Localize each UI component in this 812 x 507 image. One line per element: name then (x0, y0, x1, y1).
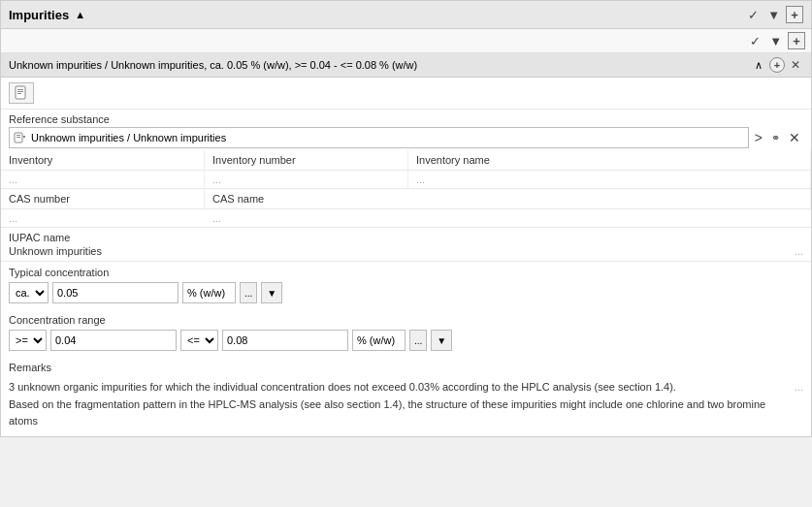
ref-substance-link-btn[interactable]: ⚭ (768, 132, 783, 144)
svg-rect-6 (16, 137, 20, 138)
cas-data-row: ... ... (1, 209, 811, 228)
section-controls: ✓ ▼ + (745, 6, 803, 23)
iupac-dots: ... (795, 245, 803, 257)
toolbar-add-btn[interactable]: + (788, 32, 805, 49)
inventory-data-row: ... ... ... (1, 171, 811, 189)
reference-substance-input-row: Unknown impurities / Unknown impurities … (9, 127, 803, 148)
remarks-label: Remarks (1, 357, 811, 375)
inventory-cell2: ... (205, 171, 408, 188)
body-content: Reference substance Unknown impurities /… (1, 78, 811, 436)
svg-rect-3 (17, 93, 21, 94)
typical-dots-btn[interactable]: ... (240, 282, 257, 303)
cas-number-value: ... (1, 209, 205, 227)
remarks-area: 3 unknown organic impurities for which t… (1, 375, 811, 436)
concentration-range-section: Concentration range >= <= ... ▼ (1, 309, 811, 357)
typical-concentration-label: Typical concentration (1, 262, 811, 280)
svg-rect-7 (23, 136, 25, 138)
range-value1-input[interactable] (50, 330, 177, 351)
remarks-text: 3 unknown organic impurities for which t… (9, 379, 795, 430)
iupac-value: Unknown impurities (9, 245, 102, 257)
inventory-header-row: Inventory Inventory number Inventory nam… (1, 150, 811, 171)
add-btn[interactable]: + (786, 6, 803, 23)
cas-name-value: ... (205, 209, 811, 227)
range-dropdown-btn[interactable]: ▼ (431, 330, 452, 351)
item-add-btn[interactable]: + (769, 57, 785, 73)
cas-number-label: CAS number (1, 189, 205, 208)
typical-concentration-fields: ca. ... ▼ (1, 280, 811, 309)
typical-value-input[interactable] (52, 282, 179, 303)
cas-header-row: CAS number CAS name (1, 189, 811, 209)
inventory-cell3: ... (408, 171, 811, 188)
ref-substance-close-btn[interactable]: ✕ (786, 130, 803, 145)
collapse-icon[interactable]: ▲ (75, 9, 85, 20)
sub-header-controls: ∧ + ✕ (755, 57, 803, 73)
range-unit-input[interactable] (352, 330, 406, 351)
cas-name-label: CAS name (205, 189, 811, 208)
range-qualifier2-select[interactable]: <= (180, 330, 218, 351)
remarks-section: Remarks 3 unknown organic impurities for… (1, 357, 811, 436)
section-header-left: Impurities ▲ (9, 8, 85, 22)
check-btn[interactable]: ✓ (745, 8, 762, 22)
range-value2-input[interactable] (222, 330, 348, 351)
reference-substance-label: Reference substance (9, 113, 803, 125)
concentration-range-label: Concentration range (1, 309, 811, 328)
typical-dropdown-btn[interactable]: ▼ (261, 282, 282, 303)
ref-substance-arrow-btn[interactable]: > (752, 130, 765, 145)
impurities-title: Impurities (9, 8, 69, 22)
concentration-range-fields: >= <= ... ▼ (1, 328, 811, 357)
inventory-cell1: ... (1, 171, 205, 188)
top-toolbar: ✓ ▼ + (1, 29, 811, 53)
reference-substance-value: Unknown impurities / Unknown impurities (31, 132, 226, 143)
inventory-col3-header: Inventory name (408, 150, 811, 170)
iupac-value-row: Unknown impurities ... (9, 243, 803, 259)
typical-unit-input[interactable] (182, 282, 236, 303)
doc-icon[interactable] (9, 82, 34, 104)
remarks-dots: ... (795, 379, 803, 396)
svg-rect-0 (16, 86, 25, 99)
range-qualifier1-select[interactable]: >= (9, 330, 47, 351)
reference-substance-field: Reference substance Unknown impurities /… (1, 110, 811, 150)
item-close-btn[interactable]: ✕ (788, 58, 803, 72)
svg-rect-2 (17, 91, 23, 92)
item-title: Unknown impurities / Unknown impurities,… (9, 59, 755, 71)
iupac-section: IUPAC name Unknown impurities ... (1, 228, 811, 262)
item-collapse-icon[interactable]: ∧ (755, 59, 763, 72)
remarks-content: 3 unknown organic impurities for which t… (9, 379, 803, 430)
down-btn[interactable]: ▼ (764, 8, 783, 22)
doc-row (1, 78, 811, 110)
svg-rect-5 (16, 135, 20, 136)
inventory-col2-header: Inventory number (205, 150, 408, 170)
inventory-col1-header: Inventory (1, 150, 205, 170)
toolbar-check-btn[interactable]: ✓ (747, 34, 763, 48)
impurities-section-header: Impurities ▲ ✓ ▼ + (1, 1, 811, 29)
svg-rect-1 (17, 89, 23, 90)
iupac-label: IUPAC name (9, 232, 803, 243)
typical-concentration-section: Typical concentration ca. ... ▼ (1, 262, 811, 309)
toolbar-down-btn[interactable]: ▼ (766, 34, 785, 48)
typical-qualifier-select[interactable]: ca. (9, 282, 49, 303)
range-dots-btn[interactable]: ... (409, 330, 427, 351)
ref-substance-icon (14, 131, 27, 144)
item-sub-header: Unknown impurities / Unknown impurities,… (1, 53, 811, 78)
